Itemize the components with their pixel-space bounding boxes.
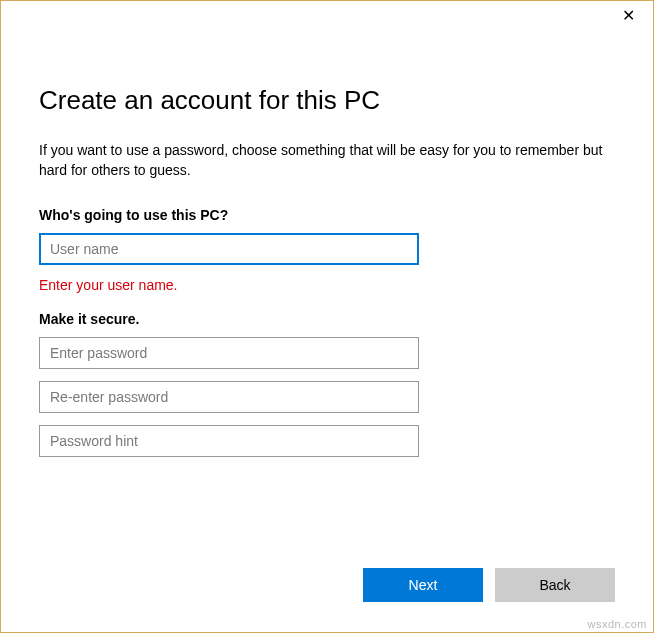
watermark: wsxdn.com <box>587 618 647 630</box>
back-button[interactable]: Back <box>495 568 615 602</box>
password-section-label: Make it secure. <box>39 311 615 327</box>
password-input[interactable] <box>39 337 419 369</box>
content-area: Create an account for this PC If you wan… <box>1 31 653 457</box>
username-error: Enter your user name. <box>39 277 615 293</box>
page-subtext: If you want to use a password, choose so… <box>39 140 615 181</box>
titlebar: ✕ <box>1 1 653 31</box>
next-button[interactable]: Next <box>363 568 483 602</box>
username-section-label: Who's going to use this PC? <box>39 207 615 223</box>
page-title: Create an account for this PC <box>39 85 615 116</box>
footer-buttons: Next Back <box>363 568 615 602</box>
password-confirm-input[interactable] <box>39 381 419 413</box>
password-hint-input[interactable] <box>39 425 419 457</box>
close-icon[interactable]: ✕ <box>622 8 635 24</box>
username-input[interactable] <box>39 233 419 265</box>
